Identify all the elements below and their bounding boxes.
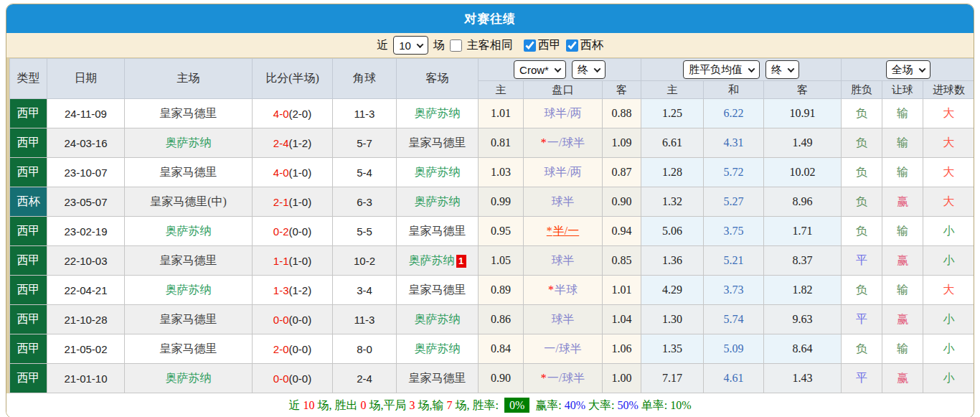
- result-handicap-cell: 赢: [882, 246, 923, 276]
- date-cell: 24-11-09: [47, 99, 125, 128]
- home-team-cell: 奥萨苏纳: [125, 128, 253, 158]
- sub-header-handicap-line: 盘口: [524, 81, 603, 99]
- result-wl-cell: 负: [842, 276, 882, 305]
- handicap-line-cell: *半球: [524, 276, 603, 305]
- avg-home-cell: 4.29: [641, 276, 704, 305]
- result-handicap-cell: 赢: [882, 364, 923, 393]
- avg-odds-group-header: 胜平负均值 终: [641, 59, 842, 81]
- chevron-down-icon: [748, 65, 755, 72]
- league-checkbox[interactable]: [524, 39, 536, 52]
- avg-draw-cell: 4.61: [704, 364, 764, 393]
- result-handicap-cell: 输: [882, 217, 923, 246]
- crow-home-odds-cell: 1.03: [479, 158, 524, 187]
- avg-home-cell: 5.06: [641, 217, 704, 246]
- result-handicap-cell: 输: [882, 276, 923, 305]
- league-type-cell: 西甲: [10, 305, 47, 334]
- footer-label: 单率:: [639, 399, 670, 411]
- home-team-cell: 奥萨苏纳: [125, 364, 253, 393]
- corner-cell: 5-4: [333, 158, 397, 187]
- avg-odds-select[interactable]: 胜平负均值: [683, 60, 760, 79]
- h2h-history-widget: 对赛往绩 近 10 场 主客相同 西甲 西杯 类型 日期: [6, 4, 974, 417]
- result-wl-cell: 平: [842, 305, 882, 334]
- col-header-home: 主场: [125, 59, 253, 99]
- result-goals-cell: 小: [923, 305, 974, 334]
- home-team-cell: 皇家马德里: [125, 158, 253, 187]
- games-count-select[interactable]: 10: [393, 36, 428, 55]
- same-venue-label: 主客相同: [467, 38, 513, 53]
- score-cell: 2-0(0-0): [253, 334, 333, 364]
- cup-checkbox[interactable]: [566, 39, 578, 52]
- near-label: 近: [377, 38, 388, 53]
- footer-label: 场,平局: [366, 399, 409, 411]
- period-select[interactable]: 全场: [886, 60, 930, 79]
- result-wl-cell: 负: [842, 217, 882, 246]
- handicap-line-cell: 球半/两: [524, 99, 603, 128]
- crow-away-odds-cell: 0.94: [603, 217, 641, 246]
- away-team-cell: 奥萨苏纳: [397, 334, 479, 364]
- bookmaker-state-select[interactable]: 终: [572, 60, 606, 79]
- sub-header-avg-home: 主: [641, 81, 704, 99]
- avg-odds-state-select[interactable]: 终: [765, 60, 799, 79]
- footer-label: 场,输: [415, 399, 446, 411]
- avg-draw-cell: 5.27: [704, 187, 764, 217]
- away-team-cell: 皇家马德里: [397, 364, 479, 393]
- match-row: 西甲23-10-07皇家马德里4-0(1-0)5-4奥萨苏纳1.03球半/两0.…: [10, 158, 975, 187]
- avg-home-cell: 6.61: [641, 128, 704, 158]
- period-group-header: 全场: [842, 59, 974, 81]
- league-type-cell: 西甲: [10, 276, 47, 305]
- result-goals-cell: 大: [923, 99, 974, 128]
- date-cell: 23-02-19: [47, 217, 125, 246]
- corner-cell: 10-2: [333, 246, 397, 276]
- league-type-cell: 西杯: [10, 187, 47, 217]
- avg-away-cell: 8.64: [764, 334, 842, 364]
- league-type-cell: 西甲: [10, 128, 47, 158]
- date-cell: 21-01-10: [47, 364, 125, 393]
- result-goals-cell: 大: [923, 276, 974, 305]
- result-goals-cell: 小: [923, 364, 974, 393]
- filter-bar: 近 10 场 主客相同 西甲 西杯: [6, 33, 974, 58]
- match-row: 西甲22-10-03皇家马德里1-1(1-0)10-2奥萨苏纳11.05球半0.…: [10, 246, 975, 276]
- match-row: 西甲21-05-02皇家马德里2-0(0-0)8-0奥萨苏纳0.84一/球半1.…: [10, 334, 975, 364]
- result-wl-cell: 负: [842, 158, 882, 187]
- home-team-cell: 皇家马德里: [125, 334, 253, 364]
- result-wl-cell: 负: [842, 334, 882, 364]
- bookmaker-select[interactable]: Crow*: [514, 60, 566, 79]
- avg-home-cell: 1.25: [641, 99, 704, 128]
- date-cell: 23-10-07: [47, 158, 125, 187]
- crow-home-odds-cell: 0.89: [479, 276, 524, 305]
- footer-win-rate-badge: 0%: [504, 398, 529, 413]
- avg-home-cell: 1.35: [641, 334, 704, 364]
- bookmaker-group-header: Crow* 终: [479, 59, 641, 81]
- corner-cell: 2-4: [333, 364, 397, 393]
- league-type-cell: 西甲: [10, 99, 47, 128]
- match-row: 西甲21-01-10奥萨苏纳0-0(0-0)2-4皇家马德里0.90*一/球半1…: [10, 364, 975, 393]
- crow-home-odds-cell: 0.84: [479, 334, 524, 364]
- score-cell: 1-3(1-2): [253, 276, 333, 305]
- chevron-down-icon: [554, 65, 561, 72]
- crow-home-odds-cell: 1.05: [479, 246, 524, 276]
- footer-handicap-rate: 40%: [565, 399, 585, 411]
- crow-home-odds-cell: 0.99: [479, 187, 524, 217]
- same-venue-checkbox[interactable]: [450, 39, 462, 52]
- page-title: 对赛往绩: [6, 4, 974, 33]
- footer-label: 赢率:: [532, 399, 564, 411]
- chevron-down-icon: [918, 65, 925, 72]
- crow-home-odds-cell: 1.01: [479, 99, 524, 128]
- home-team-cell: 皇家马德里: [125, 305, 253, 334]
- match-row: 西甲24-03-16奥萨苏纳2-4(1-2)5-7皇家马德里0.81*一/球半1…: [10, 128, 975, 158]
- avg-home-cell: 1.32: [641, 187, 704, 217]
- handicap-line-cell: 球半/两: [524, 158, 603, 187]
- avg-draw-cell: 3.73: [704, 276, 764, 305]
- match-row: 西甲21-10-28皇家马德里0-0(0-0)11-3奥萨苏纳0.86球半1.0…: [10, 305, 975, 334]
- match-row: 西甲24-11-09皇家马德里4-0(2-0)11-3奥萨苏纳1.01球半/两0…: [10, 99, 975, 128]
- col-header-away: 客场: [397, 59, 479, 99]
- sub-header-result-handicap: 让球: [882, 81, 923, 99]
- result-handicap-cell: 赢: [882, 305, 923, 334]
- match-row: 西甲23-02-19奥萨苏纳0-2(0-0)5-5皇家马德里0.95*半/一0.…: [10, 217, 975, 246]
- league-type-cell: 西甲: [10, 217, 47, 246]
- crow-away-odds-cell: 1.06: [603, 334, 641, 364]
- result-goals-cell: 小: [923, 334, 974, 364]
- avg-draw-cell: 5.74: [704, 305, 764, 334]
- score-cell: 4-0(1-0): [253, 158, 333, 187]
- date-cell: 22-04-21: [47, 276, 125, 305]
